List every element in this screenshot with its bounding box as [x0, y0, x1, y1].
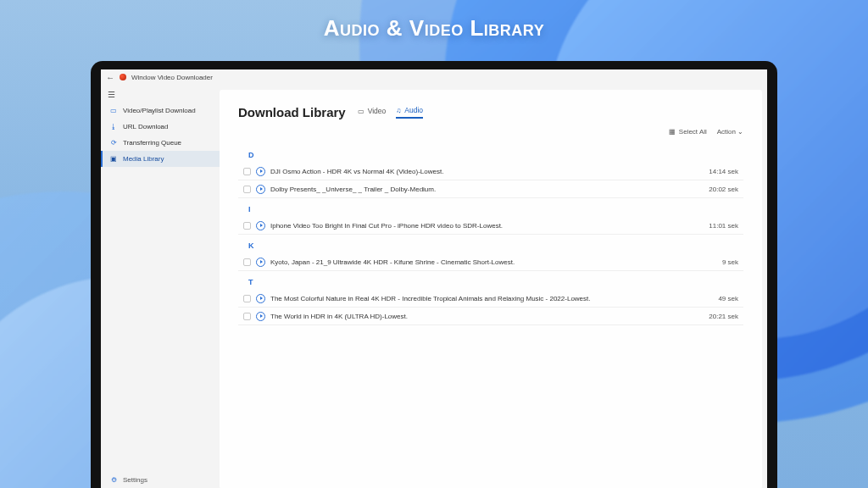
toolbar: ▦ Select All Action ⌄: [220, 125, 762, 141]
section-letter: D: [238, 144, 743, 163]
item-title: The World in HDR in 4K (ULTRA HD)-Lowest…: [270, 313, 704, 320]
play-icon[interactable]: [256, 294, 265, 303]
video-icon: ▭: [358, 108, 364, 115]
select-all-icon: ▦: [669, 128, 676, 136]
transfer-icon: ⟳: [109, 139, 118, 147]
item-duration: 49 sek: [718, 295, 738, 302]
item-duration: 11:01 sek: [709, 222, 738, 230]
play-icon[interactable]: [256, 221, 265, 230]
select-all-button[interactable]: ▦ Select All: [669, 128, 707, 136]
item-title: Dolby Presents_ _Universe_ _ Trailer _ D…: [270, 186, 704, 193]
list-item[interactable]: Dolby Presents_ _Universe_ _ Trailer _ D…: [238, 180, 743, 198]
download-list: DDJI Osmo Action - HDR 4K vs Normal 4K (…: [220, 141, 762, 488]
back-icon[interactable]: ←: [106, 73, 114, 82]
item-duration: 9 sek: [722, 258, 738, 266]
list-item[interactable]: The Most Colorful Nature in Real 4K HDR …: [238, 290, 743, 308]
item-title: Kyoto, Japan - 21_9 Ultrawide 4K HDR - K…: [270, 258, 717, 266]
play-icon[interactable]: [256, 312, 265, 321]
sidebar: ☰ ▭ Video/Playlist Download ⭳ URL Downlo…: [101, 85, 220, 488]
sidebar-item-label: URL Download: [123, 123, 169, 130]
checkbox[interactable]: [243, 295, 251, 302]
item-title: The Most Colorful Nature in Real 4K HDR …: [270, 295, 713, 302]
play-icon[interactable]: [256, 258, 265, 267]
action-label: Action: [717, 128, 736, 136]
content-header: Download Library ▭ Video ♫ Audio: [220, 90, 762, 125]
sidebar-item-label: Media Library: [123, 155, 164, 163]
sidebar-item-label: Settings: [123, 476, 147, 484]
item-duration: 20:02 sek: [709, 186, 738, 193]
item-duration: 20:21 sek: [709, 313, 738, 320]
app-title: Window Video Downloader: [131, 74, 213, 81]
app-screen: ← Window Video Downloader ☰ ▭ Video/Play…: [101, 69, 767, 488]
list-item[interactable]: Iphone Video Too Bright In Final Cut Pro…: [238, 217, 743, 235]
item-duration: 14:14 sek: [709, 168, 738, 175]
sidebar-item-media-library[interactable]: ▣ Media Library: [101, 151, 220, 167]
checkbox[interactable]: [243, 168, 251, 175]
section-letter: I: [238, 198, 743, 217]
video-playlist-icon: ▭: [109, 107, 118, 114]
sidebar-item-transferring-queue[interactable]: ⟳ Transferring Queue: [101, 135, 220, 151]
checkbox[interactable]: [243, 313, 251, 320]
play-icon[interactable]: [256, 185, 265, 194]
section-letter: K: [238, 235, 743, 253]
tab-video[interactable]: ▭ Video: [358, 107, 387, 118]
hamburger-icon[interactable]: ☰: [101, 86, 220, 103]
tab-label: Audio: [404, 106, 423, 114]
list-item[interactable]: DJI Osmo Action - HDR 4K vs Normal 4K (V…: [238, 163, 743, 180]
main-content: Download Library ▭ Video ♫ Audio: [220, 90, 762, 488]
app-body: ☰ ▭ Video/Playlist Download ⭳ URL Downlo…: [101, 85, 767, 488]
list-item[interactable]: Kyoto, Japan - 21_9 Ultrawide 4K HDR - K…: [238, 253, 743, 271]
app-window: ← Window Video Downloader ☰ ▭ Video/Play…: [101, 69, 767, 488]
library-icon: ▣: [109, 155, 118, 163]
download-icon: ⭳: [109, 123, 118, 130]
chevron-down-icon: ⌄: [737, 128, 743, 136]
page-title: Download Library: [238, 105, 346, 119]
play-icon[interactable]: [256, 167, 265, 176]
laptop-mockup: ← Window Video Downloader ☰ ▭ Video/Play…: [91, 61, 777, 488]
sidebar-item-video-playlist[interactable]: ▭ Video/Playlist Download: [101, 103, 220, 119]
app-logo-icon: [120, 74, 126, 80]
titlebar: ← Window Video Downloader: [101, 69, 767, 85]
item-title: DJI Osmo Action - HDR 4K vs Normal 4K (V…: [270, 168, 704, 175]
audio-icon: ♫: [396, 107, 401, 114]
action-menu[interactable]: Action ⌄: [717, 128, 743, 136]
sidebar-item-settings[interactable]: ⚙ Settings: [101, 471, 220, 488]
checkbox[interactable]: [243, 186, 251, 193]
list-item[interactable]: The World in HDR in 4K (ULTRA HD)-Lowest…: [238, 308, 743, 325]
item-title: Iphone Video Too Bright In Final Cut Pro…: [270, 222, 704, 230]
tab-audio[interactable]: ♫ Audio: [396, 106, 423, 119]
tab-label: Video: [368, 107, 387, 115]
section-letter: T: [238, 271, 743, 290]
sidebar-item-label: Transferring Queue: [123, 139, 181, 147]
checkbox[interactable]: [243, 258, 251, 266]
tabs: ▭ Video ♫ Audio: [358, 106, 423, 119]
sidebar-item-label: Video/Playlist Download: [123, 107, 196, 114]
select-all-label: Select All: [679, 128, 707, 136]
gear-icon: ⚙: [109, 476, 118, 484]
sidebar-item-url-download[interactable]: ⭳ URL Download: [101, 119, 220, 135]
promo-title: Audio & Video Library: [0, 15, 868, 42]
checkbox[interactable]: [243, 222, 251, 230]
